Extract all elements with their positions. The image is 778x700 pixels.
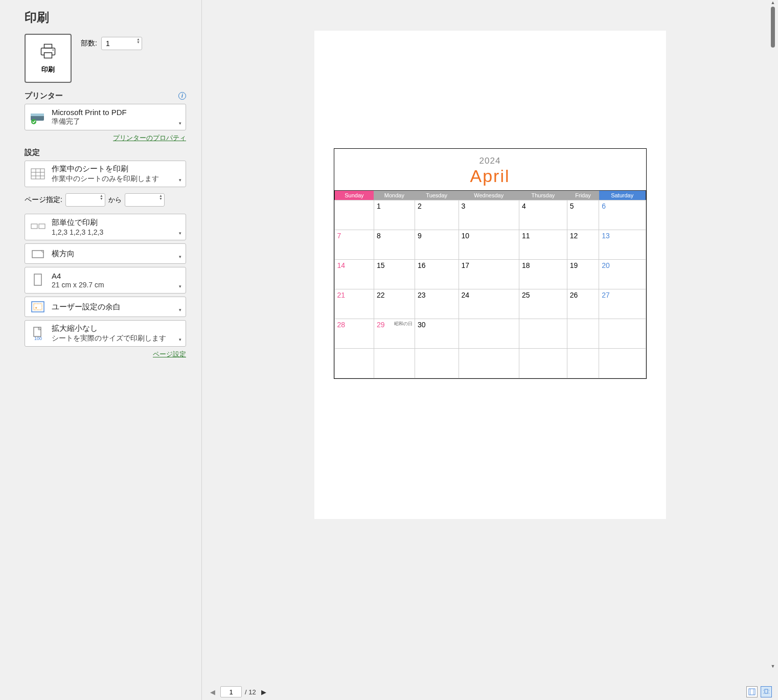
- calendar-cell: 15: [374, 260, 415, 289]
- printer-status: 準備完了: [52, 117, 174, 126]
- print-what-dropdown[interactable]: 作業中のシートを印刷 作業中のシートのみを印刷します ▾: [25, 161, 186, 187]
- calendar-month: April: [334, 166, 646, 186]
- svg-rect-12: [31, 224, 37, 229]
- svg-rect-0: [44, 44, 52, 48]
- calendar-cell: [459, 319, 519, 349]
- zoom-to-page-button[interactable]: [761, 686, 772, 697]
- svg-point-6: [31, 119, 36, 124]
- calendar-cell: [519, 319, 567, 349]
- printer-section-head: プリンター: [25, 91, 63, 101]
- page-title: 印刷: [25, 9, 186, 26]
- calendar-cell: 22: [374, 289, 415, 319]
- show-margins-button[interactable]: [746, 686, 758, 697]
- calendar-cell: 13: [599, 230, 646, 260]
- current-page-input[interactable]: [220, 686, 242, 697]
- printer-dropdown[interactable]: Microsoft Print to PDF 準備完了 ▾: [25, 104, 186, 130]
- calendar-cell: 3: [459, 200, 519, 230]
- calendar-cell: 11: [519, 230, 567, 260]
- page-setup-link[interactable]: ページ設定: [25, 350, 186, 359]
- copies-label: 部数:: [81, 39, 97, 48]
- calendar-cell: 20: [599, 260, 646, 289]
- print-button[interactable]: 印刷: [25, 34, 72, 83]
- calendar-dow: Wednesday: [459, 191, 519, 200]
- scroll-up-icon[interactable]: ▲: [771, 0, 775, 7]
- printer-properties-link[interactable]: プリンターのプロパティ: [25, 133, 186, 143]
- chevron-down-icon: ▾: [179, 121, 181, 126]
- info-icon[interactable]: i: [178, 92, 186, 100]
- calendar-cell: 6: [599, 200, 646, 230]
- calendar-dow: Sunday: [334, 191, 374, 200]
- margins-dropdown[interactable]: ★ ユーザー設定の余白 ▾: [25, 297, 186, 317]
- spinner-arrows[interactable]: ▲▼: [159, 194, 163, 200]
- calendar-cell: [374, 349, 415, 378]
- vertical-scrollbar[interactable]: ▲ ▼: [770, 0, 776, 670]
- calendar-cell: [519, 349, 567, 378]
- calendar-cell: [567, 349, 599, 378]
- calendar-cell: 24: [459, 289, 519, 319]
- calendar-dow: Saturday: [599, 191, 646, 200]
- calendar-cell: 26: [567, 289, 599, 319]
- calendar-cell: [567, 319, 599, 349]
- calendar-dow: Friday: [567, 191, 599, 200]
- scaling-dropdown[interactable]: 100 拡大縮小なし シートを実際のサイズで印刷します ▾: [25, 320, 186, 347]
- print-sidebar: 印刷 印刷 部数: ▲▼ プリンター i: [0, 0, 202, 700]
- settings-section-head: 設定: [25, 148, 40, 157]
- chevron-down-icon: ▾: [179, 177, 181, 183]
- orientation-dropdown[interactable]: 横方向 ▾: [25, 243, 186, 264]
- calendar-cell: 2: [415, 200, 459, 230]
- copies-spinner-arrows[interactable]: ▲▼: [136, 38, 140, 44]
- chevron-down-icon: ▾: [179, 284, 181, 289]
- calendar-cell: 14: [334, 260, 374, 289]
- collate-icon: [29, 222, 47, 232]
- svg-rect-2: [44, 53, 52, 58]
- page-range-sep: から: [108, 195, 122, 205]
- calendar-cell: 29昭和の日: [374, 319, 415, 349]
- calendar-cell: 30: [415, 319, 459, 349]
- calendar-cell: 4: [519, 200, 567, 230]
- svg-rect-24: [765, 689, 768, 693]
- calendar-cell: 12: [567, 230, 599, 260]
- printer-name: Microsoft Print to PDF: [52, 108, 174, 117]
- calendar-cell: 19: [567, 260, 599, 289]
- calendar-cell: [415, 349, 459, 378]
- preview-page: 2024 April SundayMondayTuesdayWednesdayT…: [314, 31, 666, 519]
- scroll-thumb[interactable]: [771, 7, 775, 48]
- landscape-icon: [29, 248, 47, 259]
- svg-text:100: 100: [34, 336, 42, 341]
- chevron-down-icon: ▾: [179, 307, 181, 312]
- svg-rect-15: [34, 274, 41, 285]
- calendar-cell: [334, 200, 374, 230]
- scale-icon: 100: [29, 326, 47, 341]
- printer-device-icon: [29, 110, 47, 124]
- calendar-cell: 9: [415, 230, 459, 260]
- calendar-cell: 25: [519, 289, 567, 319]
- calendar-cell: 23: [415, 289, 459, 319]
- preview-scroll[interactable]: 2024 April SundayMondayTuesdayWednesdayT…: [202, 0, 778, 684]
- next-page-button[interactable]: ▶: [259, 687, 268, 697]
- paper-dropdown[interactable]: A4 21 cm x 29.7 cm ▾: [25, 267, 186, 293]
- chevron-down-icon: ▾: [179, 337, 181, 342]
- page-nav-bar: ◀ / 12 ▶: [202, 684, 778, 700]
- svg-point-3: [53, 49, 54, 50]
- svg-rect-7: [31, 169, 44, 179]
- calendar-dow: Tuesday: [415, 191, 459, 200]
- page-icon: [29, 273, 47, 287]
- calendar-dow: Monday: [374, 191, 415, 200]
- prev-page-button[interactable]: ◀: [208, 687, 217, 697]
- calendar-cell: 27: [599, 289, 646, 319]
- copies-input[interactable]: [101, 37, 142, 50]
- print-button-label: 印刷: [41, 65, 55, 74]
- calendar-cell: 21: [334, 289, 374, 319]
- collate-dropdown[interactable]: 部単位で印刷 1,2,3 1,2,3 1,2,3 ▾: [25, 214, 186, 240]
- scroll-down-icon[interactable]: ▼: [771, 664, 775, 670]
- grid-icon: [29, 168, 47, 179]
- margins-icon: ★: [29, 301, 47, 313]
- spinner-arrows[interactable]: ▲▼: [100, 194, 103, 200]
- calendar-cell: 1: [374, 200, 415, 230]
- calendar-cell: 17: [459, 260, 519, 289]
- chevron-down-icon: ▾: [179, 231, 181, 236]
- calendar-cell: 18: [519, 260, 567, 289]
- calendar-cell: [334, 349, 374, 378]
- page-range-label: ページ指定:: [25, 195, 62, 205]
- calendar-cell: 5: [567, 200, 599, 230]
